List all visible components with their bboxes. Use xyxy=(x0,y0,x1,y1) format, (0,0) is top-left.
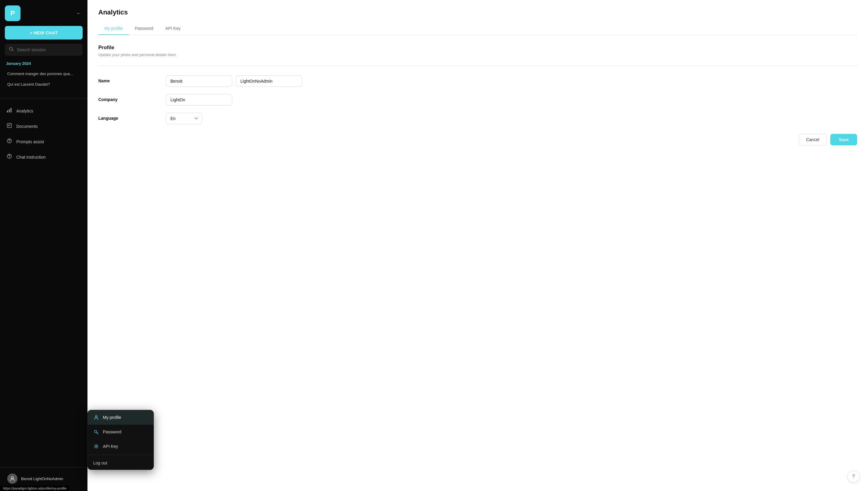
name-inputs xyxy=(166,76,857,87)
sidebar: P ← + NEW CHAT January 2024 Comment mang… xyxy=(0,0,87,491)
sidebar-item-label: Chat instruction xyxy=(16,155,46,160)
last-name-input[interactable] xyxy=(236,76,302,87)
avatar xyxy=(7,473,18,484)
svg-point-9 xyxy=(11,477,13,479)
svg-rect-1 xyxy=(7,110,8,113)
language-label: Language xyxy=(98,113,158,121)
svg-rect-3 xyxy=(10,108,11,113)
documents-icon xyxy=(6,123,13,130)
search-input[interactable] xyxy=(17,47,79,52)
search-box xyxy=(5,44,83,56)
popup-item-password[interactable]: Password xyxy=(88,425,153,439)
popup-item-label: API Key xyxy=(103,444,118,449)
popup-item-api-key[interactable]: API Key xyxy=(88,439,153,454)
popup-item-my-profile[interactable]: My profile xyxy=(88,410,153,425)
main-content: Analytics My profile Password API Key Pr… xyxy=(87,0,868,491)
popup-divider xyxy=(88,455,153,455)
sidebar-item-label: Analytics xyxy=(16,109,33,113)
sidebar-item-label: Documents xyxy=(16,124,38,129)
tabs: My profile Password API Key xyxy=(98,22,857,35)
svg-point-6 xyxy=(9,142,10,142)
company-inputs xyxy=(166,94,857,106)
chat-instruction-icon xyxy=(6,153,13,161)
sidebar-item-analytics[interactable]: Analytics xyxy=(2,104,85,118)
tab-password[interactable]: Password xyxy=(129,22,159,35)
gear-icon xyxy=(93,443,99,450)
main-header: Analytics My profile Password API Key xyxy=(87,0,868,35)
section-description: Update your photo and personal details h… xyxy=(98,53,857,57)
section-divider xyxy=(98,65,857,66)
chat-item[interactable]: Comment manger des pommes qua... xyxy=(5,69,83,79)
svg-point-10 xyxy=(95,415,97,417)
sidebar-item-documents[interactable]: Documents xyxy=(2,119,85,134)
user-name-label: Benoit LightOnNoAdmin xyxy=(21,476,63,481)
form-actions: Cancel Save xyxy=(98,134,857,155)
sidebar-item-prompts-assist[interactable]: Prompts assist xyxy=(2,134,85,149)
tab-api-key[interactable]: API Key xyxy=(159,22,187,35)
popup-menu: My profile Password API Key Log out xyxy=(87,410,154,470)
language-select[interactable]: En Fr De Es xyxy=(166,113,202,124)
sidebar-item-chat-instruction[interactable]: Chat instruction xyxy=(2,150,85,164)
popup-logout-button[interactable]: Log out xyxy=(88,456,153,470)
svg-rect-2 xyxy=(9,109,10,113)
new-chat-button[interactable]: + NEW CHAT xyxy=(5,26,83,39)
help-button[interactable]: ? xyxy=(847,470,860,483)
search-icon xyxy=(9,47,14,53)
prompts-icon xyxy=(6,138,13,145)
page-title: Analytics xyxy=(98,8,857,16)
key-icon xyxy=(93,429,99,435)
chat-item[interactable]: Qui est Laurent Daudet? xyxy=(5,79,83,89)
status-bar: https://paradigm.lighton.ai/profile/my-p… xyxy=(0,486,69,491)
user-icon xyxy=(93,414,99,421)
month-label: January 2024 xyxy=(5,61,83,66)
cancel-button[interactable]: Cancel xyxy=(799,134,827,145)
analytics-icon xyxy=(6,107,13,114)
svg-point-8 xyxy=(9,157,10,158)
first-name-input[interactable] xyxy=(166,76,232,87)
user-row[interactable]: Benoit LightOnNoAdmin xyxy=(5,471,83,486)
tab-my-profile[interactable]: My profile xyxy=(98,22,129,35)
section-title: Profile xyxy=(98,45,857,51)
sidebar-item-label: Prompts assist xyxy=(16,139,44,144)
chat-list: Comment manger des pommes qua... Qui est… xyxy=(5,69,83,89)
collapse-button[interactable]: ← xyxy=(75,9,83,18)
company-input[interactable] xyxy=(166,94,232,106)
logo: P xyxy=(5,5,21,21)
name-row: Name xyxy=(98,76,857,87)
name-label: Name xyxy=(98,76,158,83)
svg-rect-4 xyxy=(7,123,11,127)
svg-point-12 xyxy=(96,446,97,447)
profile-section: Profile Update your photo and personal d… xyxy=(87,35,868,491)
popup-item-label: Password xyxy=(103,430,121,434)
company-label: Company xyxy=(98,94,158,102)
popup-item-label: My profile xyxy=(103,415,121,420)
save-button[interactable]: Save xyxy=(830,134,857,145)
language-row: Language En Fr De Es xyxy=(98,113,857,124)
company-row: Company xyxy=(98,94,857,106)
sidebar-nav: Analytics Documents Prompts assist xyxy=(0,104,87,165)
language-inputs: En Fr De Es xyxy=(166,113,857,124)
